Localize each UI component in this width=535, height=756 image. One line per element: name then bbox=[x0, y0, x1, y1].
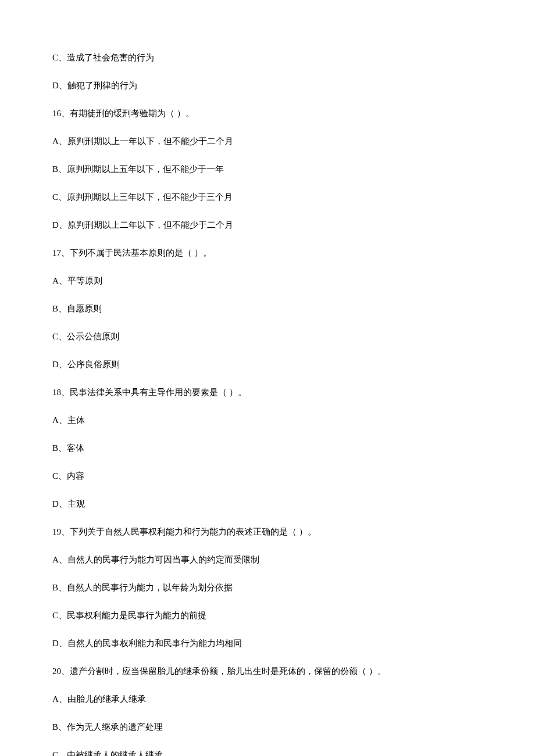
option-a-q19: A、自然人的民事行为能力可因当事人的约定而受限制 bbox=[52, 553, 483, 567]
option-d-q18: D、主观 bbox=[52, 497, 483, 511]
option-b-q16: B、原判刑期以上五年以下，但不能少于一年 bbox=[52, 163, 483, 176]
option-b-q19: B、自然人的民事行为能力，以年龄为划分依据 bbox=[52, 581, 483, 594]
question-17: 17、下列不属于民法基本原则的是（ ）。 bbox=[52, 246, 483, 260]
option-c-q20: C、由被继承人的继承人继承 bbox=[52, 748, 483, 756]
option-a-q18: A、主体 bbox=[52, 414, 483, 427]
option-a-q20: A、由胎儿的继承人继承 bbox=[52, 693, 483, 706]
option-b-q20: B、作为无人继承的遗产处理 bbox=[52, 721, 483, 734]
question-19: 19、下列关于自然人民事权利能力和行为能力的表述正确的是（ ）。 bbox=[52, 525, 483, 539]
option-c-q15: C、造成了社会危害的行为 bbox=[52, 51, 483, 65]
option-d-q16: D、原判刑期以上二年以下，但不能少于二个月 bbox=[52, 218, 483, 232]
question-16: 16、有期徒刑的缓刑考验期为（ ）。 bbox=[52, 107, 483, 120]
option-c-q19: C、民事权利能力是民事行为能力的前提 bbox=[52, 609, 483, 622]
option-c-q16: C、原判刑期以上三年以下，但不能少于三个月 bbox=[52, 191, 483, 204]
option-c-q17: C、公示公信原则 bbox=[52, 330, 483, 343]
option-c-q18: C、内容 bbox=[52, 470, 483, 483]
option-d-q17: D、公序良俗原则 bbox=[52, 358, 483, 371]
option-d-q19: D、自然人的民事权利能力和民事行为能力均相同 bbox=[52, 637, 483, 650]
option-a-q17: A、平等原则 bbox=[52, 274, 483, 288]
option-b-q18: B、客体 bbox=[52, 442, 483, 455]
option-a-q16: A、原判刑期以上一年以下，但不能少于二个月 bbox=[52, 135, 483, 148]
question-20: 20、遗产分割时，应当保留胎儿的继承份额，胎儿出生时是死体的，保留的份额（ ）。 bbox=[52, 665, 483, 678]
question-18: 18、民事法律关系中具有主导作用的要素是（ ）。 bbox=[52, 386, 483, 399]
option-d-q15: D、触犯了刑律的行为 bbox=[52, 79, 483, 92]
option-b-q17: B、自愿原则 bbox=[52, 302, 483, 316]
